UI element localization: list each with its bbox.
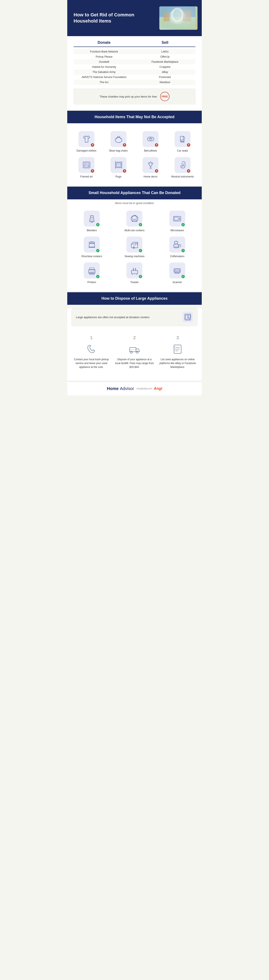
large-appliance-icon	[182, 312, 193, 322]
free-badge: FREE	[160, 92, 169, 101]
donate-row-item: Furniture Bank Network	[74, 49, 134, 54]
frame-icon	[82, 160, 92, 170]
sell-header-label: Sell	[134, 40, 195, 45]
item-damaged-clothes: ✕ Damaged clothes	[71, 130, 101, 152]
footer-brand-advisor: Advisor	[120, 386, 134, 391]
damaged-clothes-label: Damaged clothes	[77, 149, 96, 152]
svg-rect-11	[180, 136, 183, 140]
coffee-icon	[172, 240, 182, 250]
item-rice-cooker: ✓ Rice/slow cookers	[71, 236, 112, 258]
small-appliances-title: Small Household Appliances That Can Be D…	[89, 191, 180, 195]
not-accepted-badge: ✕	[122, 169, 127, 173]
beanbag-icon	[114, 134, 123, 144]
svg-rect-43	[174, 217, 178, 220]
svg-rect-51	[131, 244, 138, 248]
svg-point-13	[183, 141, 184, 142]
steps-grid: 1 Contact your local trash pickup servic…	[71, 333, 198, 369]
item-coffee: ✓ Coffemakers	[157, 236, 198, 258]
svg-rect-4	[183, 11, 191, 21]
small-appliances-header: Small Household Appliances That Can Be D…	[67, 187, 202, 199]
svg-point-52	[136, 242, 137, 244]
steps-section: 1 Contact your local trash pickup servic…	[67, 329, 202, 375]
list-icon	[172, 343, 183, 355]
svg-point-39	[132, 216, 137, 220]
donate-row-item: Pickup Please	[74, 54, 134, 59]
item-rugs: ✕ Rugs	[103, 156, 133, 178]
scanner-icon	[172, 266, 182, 275]
not-accepted-grid: ✕ Damaged clothes ✕ Bean bag chairs	[71, 128, 198, 180]
not-accepted-badge: ✕	[154, 143, 159, 147]
appliances-subtitle: Items must be in good condition	[71, 202, 198, 205]
donate-row-item: AMVETS National Service Foundation	[74, 75, 134, 80]
svg-point-5	[172, 8, 183, 21]
scanner-icon-wrap: ✓	[169, 262, 186, 279]
sell-row-item: OfferUp	[134, 54, 195, 59]
svg-point-85	[136, 351, 138, 353]
step-3: 3 List used appliances on online platfor…	[158, 335, 198, 369]
donate-column: Furniture Bank NetworkPickup PleaseGoodw…	[74, 49, 134, 85]
item-sewing: ✓ Sewing machines	[114, 236, 155, 258]
sell-row-item: eBay	[134, 70, 195, 75]
not-accepted-badge: ✕	[90, 143, 95, 147]
item-printer: ✓ Printers	[71, 262, 112, 284]
donate-row-item: Goodwill	[74, 59, 134, 64]
svg-rect-56	[174, 242, 178, 243]
svg-rect-3	[163, 13, 170, 21]
sell-row-item: Nextdoor	[134, 80, 195, 85]
svg-point-30	[182, 161, 183, 162]
toaster-icon	[130, 266, 139, 275]
not-accepted-title: Household Items That May Not Be Accepted	[95, 115, 174, 119]
accepted-badge: ✓	[138, 274, 142, 278]
sell-column: LetGoOfferUpFacebook MarketplaceCraigsli…	[134, 49, 195, 85]
rugs-icon-wrap: ✕	[110, 156, 127, 173]
rice-cooker-label: Rice/slow cookers	[81, 255, 102, 258]
svg-rect-58	[174, 247, 179, 248]
header-image	[159, 6, 198, 30]
sewing-icon-wrap: ✓	[126, 236, 143, 253]
not-accepted-header: Household Items That May Not Be Accepted	[67, 111, 202, 123]
pillow-icon	[146, 134, 155, 144]
item-bed-pillows: ✕ Bed pillows	[136, 130, 166, 152]
musical-instruments-label: Musical instruments	[171, 175, 194, 178]
blender-icon-wrap: ✓	[83, 210, 100, 227]
item-microwave: ✓ Microwaves	[157, 210, 198, 232]
bed-pillows-label: Bed pillows	[144, 149, 157, 152]
item-bean-bag: ✕ Bean bag chairs	[103, 130, 133, 152]
free-note-text: These charities may pick up your items f…	[100, 95, 157, 98]
accepted-badge: ✓	[138, 248, 142, 253]
not-accepted-badge: ✕	[187, 143, 191, 147]
sell-row-item: Facebook Marketplace	[134, 59, 195, 64]
large-appliance-svg	[184, 313, 191, 321]
bean-bag-label: Bean bag chairs	[109, 149, 128, 152]
instrument-icon	[178, 160, 188, 170]
svg-point-10	[150, 138, 152, 140]
item-framed-art: ✕ Framed art	[71, 156, 101, 178]
donate-row-item: The Arc	[74, 80, 134, 85]
printer-label: Printers	[87, 281, 96, 284]
sewing-icon	[130, 240, 139, 250]
small-appliances-section: Items must be in good condition ✓ Blende…	[67, 199, 202, 291]
step-2-text: Dispose of your appliance at a local lan…	[115, 358, 154, 369]
item-cooker: ✓ Multi-use cookers	[114, 210, 155, 232]
step-1-icon	[85, 343, 98, 355]
damaged-clothes-icon-wrap: ✕	[78, 130, 95, 148]
large-appliances-section: Large appliances are often not accepted …	[67, 308, 202, 380]
home-decor-label: Home decor	[144, 175, 157, 178]
svg-point-84	[130, 351, 132, 353]
homedecor-icon	[146, 160, 155, 170]
framed-art-icon-wrap: ✕	[78, 156, 95, 173]
cooker-icon	[130, 214, 139, 224]
large-appliances-header: How to Dispose of Large Appliances	[67, 292, 202, 305]
footer-brand-home: Home	[107, 386, 119, 391]
item-toaster: ✓ Toaster	[114, 262, 155, 284]
large-appliance-note: Large appliances are often not accepted …	[71, 308, 198, 326]
donate-sell-rows: Furniture Bank NetworkPickup PleaseGoodw…	[74, 49, 195, 85]
step-3-icon	[171, 343, 184, 355]
svg-point-6	[115, 137, 122, 143]
printer-icon-wrap: ✓	[83, 262, 100, 279]
footer-powered-by: POWERED BY	[137, 387, 152, 390]
svg-point-45	[179, 219, 180, 220]
framed-art-label: Framed art	[80, 175, 93, 178]
accepted-badge: ✓	[96, 248, 100, 253]
musical-instruments-icon-wrap: ✕	[174, 156, 191, 173]
